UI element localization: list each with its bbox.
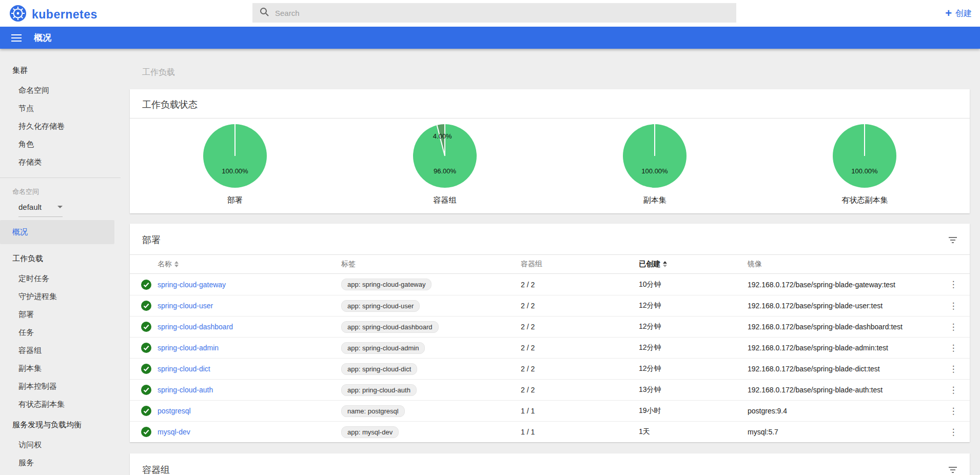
row-menu-icon[interactable]: ⋮ [942, 427, 965, 438]
workload-status-charts: 100.00%部署96.00%4.00%容器组100.00%副本集100.00%… [130, 118, 970, 213]
label-chip: app: spring-cloud-admin [341, 342, 425, 354]
pods-card: 容器组 [130, 453, 970, 475]
label-chip: app: pring-cloud-auth [341, 384, 417, 396]
images-cell: 192.168.0.172/base/spring-blade-gateway:… [748, 281, 942, 289]
column-header[interactable]: 名称 [158, 260, 341, 269]
sidebar-item[interactable]: 副本控制器 [0, 378, 121, 395]
status-ok-icon [135, 385, 158, 395]
images-cell: 192.168.0.172/base/spring-blade-auth:tes… [748, 386, 942, 394]
plus-icon: + [945, 8, 952, 19]
search-bar[interactable] [252, 3, 736, 23]
sidebar-item[interactable]: 概况 [0, 220, 114, 244]
label-chip: app: spring-cloud-dict [341, 363, 417, 375]
svg-text:100.00%: 100.00% [852, 167, 878, 175]
sidebar-item[interactable]: 副本集 [0, 360, 121, 378]
table-row: spring-cloud-adminapp: spring-cloud-admi… [130, 337, 970, 358]
label-chip: name: postgresql [341, 405, 405, 417]
top-app-bar: kubernetes + 创建 [0, 0, 980, 27]
sidebar-item[interactable]: 持久化存储卷 [0, 117, 121, 135]
pie-chart-svg: 96.00%4.00% [411, 123, 478, 189]
images-cell: mysql:5.7 [748, 428, 942, 436]
sidebar-item[interactable]: 部署 [0, 306, 121, 324]
column-header: 镜像 [748, 260, 942, 269]
pie-caption: 容器组 [433, 195, 456, 205]
row-menu-icon[interactable]: ⋮ [942, 343, 965, 353]
images-cell: postgres:9.4 [748, 407, 942, 415]
label-chip: app: spring-cloud-dashboard [341, 321, 439, 333]
namespace-label: 命名空间 [12, 187, 121, 196]
pods-cell: 2 / 2 [521, 386, 639, 394]
row-menu-icon[interactable]: ⋮ [942, 406, 965, 417]
pie-caption: 有状态副本集 [841, 195, 888, 205]
workload-status-card: 工作负载状态 100.00%部署96.00%4.00%容器组100.00%副本集… [130, 89, 970, 213]
sidebar-item[interactable]: 守护进程集 [0, 288, 121, 306]
pods-cell: 2 / 2 [521, 281, 639, 289]
sort-arrows-icon [663, 261, 667, 267]
sidebar-item[interactable]: 定时任务 [0, 270, 121, 288]
created-cell: 10分钟 [639, 280, 748, 289]
label-chip: app: spring-cloud-gateway [341, 279, 432, 290]
deployment-name-link[interactable]: spring-cloud-dashboard [158, 323, 233, 331]
deployment-name-link[interactable]: mysql-dev [158, 428, 190, 436]
row-menu-icon[interactable]: ⋮ [942, 279, 965, 290]
table-row: postgresqlname: postgresql1 / 119小时postg… [130, 400, 970, 421]
sidebar-item[interactable]: 存储类 [0, 153, 121, 171]
sidebar-item[interactable]: 节点 [0, 100, 121, 117]
create-button[interactable]: + 创建 [945, 0, 972, 27]
row-menu-icon[interactable]: ⋮ [942, 385, 965, 395]
sidebar-item[interactable]: 容器组 [0, 342, 121, 360]
pie-caption: 副本集 [643, 195, 667, 205]
namespace-select[interactable]: default [18, 203, 63, 217]
pods-cell: 2 / 2 [521, 302, 639, 310]
sort-arrows-icon [174, 261, 179, 267]
deployment-name-link[interactable]: spring-cloud-dict [158, 365, 210, 373]
create-button-label: 创建 [955, 8, 972, 19]
pie-caption: 部署 [227, 195, 243, 205]
images-cell: 192.168.0.172/base/spring-blade-dict:tes… [748, 365, 942, 373]
status-ok-icon [135, 301, 158, 311]
deployment-name-link[interactable]: spring-cloud-gateway [158, 281, 226, 289]
sidebar-item[interactable]: 角色 [0, 135, 121, 153]
status-ok-icon [135, 406, 158, 416]
sidebar-item[interactable]: 服务 [0, 454, 121, 472]
table-row: spring-cloud-gatewayapp: spring-cloud-ga… [130, 274, 970, 295]
table-row: spring-cloud-dictapp: spring-cloud-dict2… [130, 358, 970, 379]
created-cell: 12分钟 [639, 301, 748, 310]
breadcrumb: 工作负载 [142, 67, 970, 78]
sidebar-item[interactable]: 任务 [0, 324, 121, 342]
svg-text:100.00%: 100.00% [641, 167, 668, 175]
pods-cell: 2 / 2 [521, 365, 639, 373]
status-ok-icon [135, 343, 158, 353]
column-header: 容器组 [521, 260, 639, 269]
sidebar-item[interactable]: 有状态副本集 [0, 395, 121, 413]
kubernetes-wheel-icon [9, 5, 27, 24]
table-row: mysql-devapp: mysql-dev1 / 11天mysql:5.7⋮ [130, 421, 970, 442]
brand-title: kubernetes [32, 8, 97, 22]
label-chip: app: mysql-dev [341, 426, 399, 438]
status-ok-icon [135, 427, 158, 437]
menu-icon[interactable] [11, 32, 22, 44]
deployment-name-link[interactable]: postgresql [158, 407, 191, 415]
filter-icon[interactable] [948, 236, 957, 244]
sidebar-section-0: 集群 [0, 59, 121, 82]
pods-cell: 1 / 1 [521, 428, 639, 436]
page-title: 概况 [34, 32, 51, 44]
deployment-name-link[interactable]: spring-cloud-user [158, 302, 213, 310]
filter-icon[interactable] [948, 466, 957, 474]
row-menu-icon[interactable]: ⋮ [942, 364, 965, 374]
row-menu-icon[interactable]: ⋮ [942, 322, 965, 332]
sidebar-section-3: 服务发现与负载均衡 [0, 413, 121, 436]
status-ok-icon [135, 322, 158, 332]
deployments-table-header: 名称标签容器组已创建镜像 [130, 254, 970, 274]
deployment-name-link[interactable]: spring-cloud-admin [158, 344, 219, 352]
row-menu-icon[interactable]: ⋮ [942, 301, 965, 311]
sidebar-item[interactable]: 访问权 [0, 436, 121, 454]
pods-cell: 1 / 1 [521, 407, 639, 415]
svg-text:96.00%: 96.00% [434, 167, 457, 175]
kubernetes-logo[interactable]: kubernetes [9, 5, 97, 24]
search-input[interactable] [275, 9, 729, 17]
sidebar-item[interactable]: 命名空间 [0, 82, 121, 100]
column-header[interactable]: 已创建 [639, 260, 748, 269]
deployment-name-link[interactable]: spring-cloud-auth [158, 386, 213, 394]
images-cell: 192.168.0.172/base/spring-blade-user:tes… [748, 302, 942, 310]
